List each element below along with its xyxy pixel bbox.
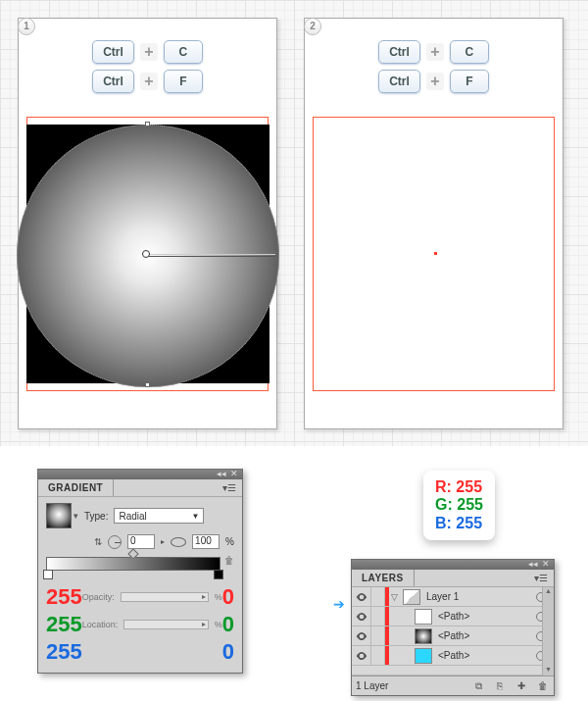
layer-count: 1 Layer	[356, 680, 388, 691]
angle-input[interactable]: 0	[127, 534, 155, 549]
type-label: Type:	[84, 511, 108, 522]
left-r: 255	[46, 584, 82, 610]
tooltip-g-label: G:	[435, 496, 453, 513]
layer-thumbnail	[403, 589, 420, 605]
midpoint-diamond[interactable]	[127, 548, 138, 559]
left-b: 255	[46, 639, 82, 665]
swap-icon[interactable]: ⇅	[94, 536, 102, 547]
panel-titlebar[interactable]: ◂◂✕	[352, 560, 554, 570]
gradient-panel: ◂◂✕ GRADIENT ▾☰ ▾ Type: Radial ▼ ⇅ 0 ▸ 1…	[37, 469, 243, 674]
panel-collapse-icon[interactable]: ◂◂	[528, 559, 538, 569]
opacity-slider[interactable]: ▸	[121, 592, 209, 602]
plus-icon: +	[426, 73, 444, 90]
gradient-annotator[interactable]	[148, 254, 275, 257]
visibility-toggle[interactable]	[352, 626, 371, 645]
key-ctrl[interactable]: Ctrl	[92, 40, 134, 64]
sublayer-name[interactable]: <Path>	[436, 650, 528, 661]
panel-close-icon[interactable]: ✕	[230, 469, 238, 478]
artboard-badge-2: 2	[304, 18, 321, 35]
layers-footer: 1 Layer ⧉ ⎘ ✚ 🗑	[352, 676, 554, 695]
shortcut-row-copy: Ctrl + C	[19, 40, 276, 64]
lock-cell[interactable]	[371, 646, 385, 665]
gradient-origin-handle[interactable]	[142, 250, 150, 258]
layer-thumbnail	[415, 609, 432, 625]
delete-layer-icon[interactable]: 🗑	[536, 680, 550, 692]
percent-label: %	[215, 620, 222, 629]
tooltip-r-val: 255	[456, 478, 482, 495]
location-label: Location:	[82, 620, 119, 629]
shortcut-row-paste-front: Ctrl + F	[19, 70, 276, 93]
new-layer-icon[interactable]: ✚	[514, 680, 528, 692]
tooltip-g-val: 255	[457, 496, 483, 513]
artboard-badge-1: 1	[18, 18, 35, 35]
color-bar	[385, 646, 389, 665]
key-f[interactable]: F	[450, 70, 489, 93]
shortcut-row-paste-front: Ctrl + F	[305, 70, 563, 93]
layer-thumbnail	[415, 648, 432, 664]
key-f[interactable]: F	[164, 70, 203, 93]
new-sublayer-icon[interactable]: ⎘	[493, 680, 507, 692]
gradient-stop-right[interactable]	[214, 570, 223, 579]
panel-close-icon[interactable]: ✕	[542, 559, 550, 569]
plus-icon: +	[140, 43, 158, 61]
layer-thumbnail	[415, 628, 432, 644]
left-g: 255	[46, 612, 82, 637]
percent-label: %	[215, 592, 222, 602]
color-bar	[385, 626, 389, 645]
key-ctrl[interactable]: Ctrl	[378, 70, 420, 93]
gradient-ramp[interactable]	[46, 557, 220, 571]
make-clip-icon[interactable]: ⧉	[471, 680, 485, 692]
key-c[interactable]: C	[164, 40, 203, 64]
gradient-swatch[interactable]	[46, 503, 72, 528]
sublayer-name[interactable]: <Path>	[436, 630, 528, 641]
key-ctrl[interactable]: Ctrl	[92, 70, 134, 93]
visibility-toggle[interactable]	[352, 646, 371, 665]
key-ctrl[interactable]: Ctrl	[378, 40, 420, 64]
lock-cell[interactable]	[371, 607, 385, 626]
swatch-dropdown-icon[interactable]: ▾	[74, 511, 78, 521]
percent-label: %	[225, 536, 234, 547]
gradient-type-dropdown[interactable]: Radial ▼	[114, 508, 204, 524]
angle-caret-icon[interactable]: ▸	[161, 537, 165, 546]
plus-icon: +	[140, 73, 158, 90]
lock-cell[interactable]	[371, 587, 385, 606]
layer-row-path-cyan[interactable]: <Path>	[352, 646, 554, 666]
right-g: 0	[222, 612, 234, 637]
angle-dial[interactable]	[108, 535, 122, 549]
tooltip-b-label: B:	[435, 515, 452, 531]
panel-collapse-icon[interactable]: ◂◂	[217, 469, 226, 478]
aspect-input[interactable]: 100	[192, 534, 220, 549]
layer-row-path-gradient[interactable]: <Path>	[352, 626, 554, 646]
location-slider[interactable]: ▸	[123, 620, 208, 629]
rgb-tooltip: R: 255 G: 255 B: 255	[423, 471, 495, 540]
aspect-icon	[171, 537, 186, 547]
gradient-stop-left[interactable]	[43, 570, 53, 579]
layer-row-path-white[interactable]: <Path>	[352, 607, 554, 626]
layer-name[interactable]: Layer 1	[424, 591, 528, 602]
layers-panel: ◂◂✕ LAYERS ▾☰ ▽ Layer 1 <Path>	[351, 559, 555, 696]
bbox-handle[interactable]	[145, 382, 150, 387]
gradient-tab[interactable]: GRADIENT	[38, 479, 114, 496]
lock-cell[interactable]	[371, 626, 385, 645]
tooltip-b-val: 255	[456, 515, 482, 531]
right-b: 0	[222, 639, 234, 665]
scrollbar[interactable]: ▲ ▼	[542, 587, 554, 676]
layer-row-parent[interactable]: ▽ Layer 1	[352, 587, 554, 607]
artboard-2: 2 Ctrl + C Ctrl + F	[304, 18, 564, 429]
sublayer-name[interactable]: <Path>	[436, 611, 528, 622]
gradient-type-value: Radial	[119, 511, 146, 522]
shortcut-row-copy: Ctrl + C	[305, 40, 563, 64]
panel-menu-icon[interactable]: ▾☰	[528, 573, 554, 583]
layers-tab[interactable]: LAYERS	[352, 570, 415, 586]
visibility-toggle[interactable]	[352, 607, 371, 626]
visibility-toggle[interactable]	[352, 587, 371, 606]
disclosure-triangle[interactable]: ▽	[389, 592, 399, 602]
trash-icon[interactable]: 🗑	[224, 555, 234, 566]
opacity-label: Opacity:	[82, 592, 115, 602]
panel-titlebar[interactable]: ◂◂✕	[38, 470, 242, 479]
panel-menu-icon[interactable]: ▾☰	[217, 482, 242, 493]
key-c[interactable]: C	[450, 40, 489, 64]
center-point	[434, 252, 437, 255]
bbox-handle[interactable]	[145, 122, 150, 126]
right-r: 0	[222, 584, 234, 610]
